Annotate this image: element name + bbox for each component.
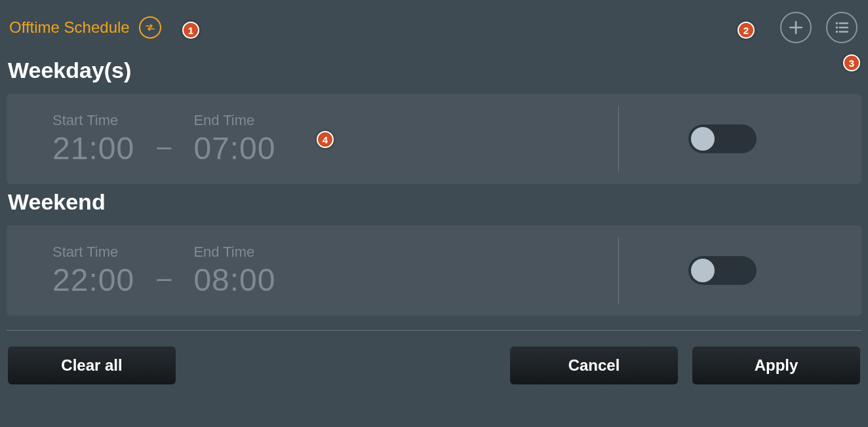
weekend-enable-toggle[interactable] — [688, 256, 757, 285]
annotation-badge-1: 1 — [182, 22, 199, 39]
page-title: Offtime Schedule — [9, 18, 130, 37]
start-time-label: Start Time — [52, 244, 134, 261]
vertical-divider — [618, 105, 619, 172]
footer-divider — [7, 330, 861, 331]
weekend-schedule-card: Start Time 22:00 – End Time 08:00 — [7, 225, 861, 316]
offtime-schedule-page: Offtime Schedule — [0, 0, 868, 398]
svg-point-0 — [836, 22, 838, 24]
vertical-divider — [618, 237, 619, 304]
start-time-block[interactable]: Start Time 21:00 — [52, 112, 134, 166]
end-time-label: End Time — [193, 112, 275, 129]
weekday-enable-toggle[interactable] — [688, 124, 757, 153]
toggle-knob — [691, 127, 715, 151]
header-right — [780, 12, 858, 43]
end-time-label: End Time — [193, 244, 275, 261]
weekday-schedule-card: Start Time 21:00 – End Time 07:00 — [7, 94, 861, 184]
swap-horizontal-icon — [144, 22, 156, 33]
toggle-knob — [691, 259, 715, 282]
start-time-block[interactable]: Start Time 22:00 — [52, 244, 134, 298]
svg-point-1 — [836, 26, 838, 28]
section-title-weekend: Weekend — [8, 189, 861, 215]
time-range-dash: – — [134, 117, 193, 161]
time-range-dash: – — [134, 249, 193, 293]
cancel-button[interactable]: Cancel — [510, 346, 678, 384]
swap-mode-button[interactable] — [139, 16, 161, 39]
plus-icon — [787, 19, 804, 36]
annotation-badge-4: 4 — [317, 131, 334, 148]
start-time-value: 21:00 — [52, 130, 134, 166]
annotation-badge-3: 3 — [843, 54, 860, 71]
end-time-value: 07:00 — [193, 130, 275, 166]
apply-button[interactable]: Apply — [692, 346, 860, 384]
annotation-badge-2: 2 — [738, 22, 755, 39]
footer: Clear all Cancel Apply — [7, 346, 861, 384]
start-time-label: Start Time — [52, 112, 134, 129]
end-time-value: 08:00 — [193, 262, 275, 298]
list-icon — [833, 19, 850, 36]
list-view-button[interactable] — [826, 12, 858, 43]
start-time-value: 22:00 — [52, 262, 134, 298]
clear-all-button[interactable]: Clear all — [8, 346, 176, 384]
footer-right: Cancel Apply — [510, 346, 860, 384]
end-time-block[interactable]: End Time 08:00 — [193, 244, 275, 298]
svg-point-2 — [836, 31, 838, 33]
header: Offtime Schedule — [7, 12, 861, 43]
end-time-block[interactable]: End Time 07:00 — [193, 112, 275, 166]
header-left: Offtime Schedule — [9, 16, 161, 39]
section-title-weekdays: Weekday(s) — [8, 58, 861, 83]
add-schedule-button[interactable] — [780, 12, 812, 43]
